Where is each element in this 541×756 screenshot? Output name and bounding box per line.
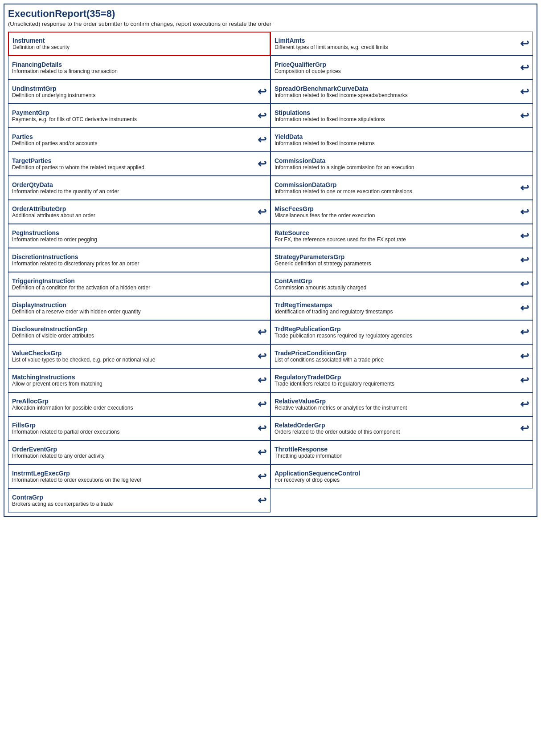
card-payment-grp[interactable]: PaymentGrp Payments, e.g. for fills of O… <box>8 104 270 128</box>
card-pre-alloc-grp[interactable]: PreAllocGrp Allocation information for p… <box>8 392 270 416</box>
card-desc-value-checks-grp: List of value types to be checked, e.g. … <box>12 357 254 363</box>
arrow-icon-trd-reg-timestamps: ↩ <box>520 302 529 314</box>
left-column: Instrument Definition of the security ↩ … <box>8 32 270 512</box>
card-title-target-parties: TargetParties <box>12 157 254 164</box>
card-text-cont-amt-grp: ContAmtGrp Commission amounts actually c… <box>275 277 516 291</box>
card-order-event-grp[interactable]: OrderEventGrp Information related to any… <box>8 440 270 464</box>
card-title-triggering-instruction: TriggeringInstruction <box>12 277 254 285</box>
card-title-limit-amts: LimitAmts <box>275 37 516 44</box>
card-matching-instructions[interactable]: MatchingInstructions Allow or prevent or… <box>8 368 270 392</box>
card-desc-parties: Definition of parties and/or accounts <box>12 140 254 146</box>
card-desc-disclosure-instruction-grp: Definition of visible order attributes <box>12 333 254 339</box>
card-desc-trade-price-condition-grp: List of conditions associated with a tra… <box>275 357 516 363</box>
card-desc-discretion-instructions: Information related to discretionary pri… <box>12 260 254 267</box>
card-title-display-instruction: DisplayInstruction <box>12 301 254 309</box>
arrow-icon-order-attribute-grp: ↩ <box>258 206 266 218</box>
card-title-relative-value-grp: RelativeValueGrp <box>275 398 516 405</box>
card-title-throttle-response: ThrottleResponse <box>275 446 516 453</box>
arrow-icon-spread-or-benchmark-curve-data: ↩ <box>520 85 529 98</box>
card-desc-trd-reg-publication-grp: Trade publication reasons required by re… <box>275 333 516 339</box>
card-text-contra-grp: ContraGrp Brokers acting as counterparti… <box>12 494 254 507</box>
card-spread-or-benchmark-curve-data[interactable]: SpreadOrBenchmarkCurveData Information r… <box>270 80 533 104</box>
card-fills-grp[interactable]: FillsGrp Information related to partial … <box>8 416 270 440</box>
card-title-financing-details: FinancingDetails <box>12 61 254 68</box>
card-desc-relative-value-grp: Relative valuation metrics or analytics … <box>275 405 516 411</box>
card-application-sequence-control[interactable]: ApplicationSequenceControl For recovery … <box>270 464 533 488</box>
card-desc-cont-amt-grp: Commission amounts actually charged <box>275 285 516 291</box>
arrow-icon-regulatory-trade-id-grp: ↩ <box>520 374 529 386</box>
card-text-parties: Parties Definition of parties and/or acc… <box>12 133 254 146</box>
card-limit-amts[interactable]: LimitAmts Different types of limit amoun… <box>270 32 533 56</box>
card-related-order-grp[interactable]: RelatedOrderGrp Orders related to the or… <box>270 416 533 440</box>
card-text-order-attribute-grp: OrderAttributeGrp Additional attributes … <box>12 205 254 219</box>
card-desc-order-attribute-grp: Additional attributes about an order <box>12 212 254 219</box>
page-subtitle: (Unsolicited) response to the order subm… <box>8 20 533 27</box>
arrow-icon-relative-value-grp: ↩ <box>520 398 529 411</box>
card-title-instrmt-leg-exec-grp: InstrmtLegExecGrp <box>12 470 254 477</box>
card-strategy-parameters-grp[interactable]: StrategyParametersGrp Generic definition… <box>270 248 533 272</box>
card-discretion-instructions[interactable]: DiscretionInstructions Information relat… <box>8 248 270 272</box>
card-und-instrmt-grp[interactable]: UndInstrmtGrp Definition of underlying i… <box>8 80 270 104</box>
card-instrmt-leg-exec-grp[interactable]: InstrmtLegExecGrp Information related to… <box>8 464 270 488</box>
card-text-peg-instructions: PegInstructions Information related to o… <box>12 229 254 243</box>
card-desc-application-sequence-control: For recovery of drop copies <box>275 477 516 483</box>
card-title-application-sequence-control: ApplicationSequenceControl <box>275 470 516 477</box>
card-title-price-qualifier-grp: PriceQualifierGrp <box>275 61 516 68</box>
card-trd-reg-publication-grp[interactable]: TrdRegPublicationGrp Trade publication r… <box>270 320 533 344</box>
card-price-qualifier-grp[interactable]: PriceQualifierGrp Composition of quote p… <box>270 56 533 80</box>
card-target-parties[interactable]: TargetParties Definition of parties to w… <box>8 152 270 176</box>
card-throttle-response[interactable]: ThrottleResponse Throttling update infor… <box>270 440 533 464</box>
card-display-instruction[interactable]: DisplayInstruction Definition of a reser… <box>8 296 270 320</box>
card-misc-fees-grp[interactable]: MiscFeesGrp Miscellaneous fees for the o… <box>270 200 533 224</box>
card-desc-rate-source: For FX, the reference sources used for t… <box>275 236 516 243</box>
card-disclosure-instruction-grp[interactable]: DisclosureInstructionGrp Definition of v… <box>8 320 270 344</box>
page-container: ExecutionReport(35=8) (Unsolicited) resp… <box>4 4 537 517</box>
card-relative-value-grp[interactable]: RelativeValueGrp Relative valuation metr… <box>270 392 533 416</box>
card-desc-und-instrmt-grp: Definition of underlying instruments <box>12 92 254 98</box>
card-desc-order-qty-data: Information related to the quantity of a… <box>12 188 254 195</box>
card-title-related-order-grp: RelatedOrderGrp <box>275 422 516 429</box>
card-text-financing-details: FinancingDetails Information related to … <box>12 61 254 74</box>
card-title-contra-grp: ContraGrp <box>12 494 254 501</box>
card-cont-amt-grp[interactable]: ContAmtGrp Commission amounts actually c… <box>270 272 533 296</box>
arrow-icon-stipulations: ↩ <box>520 110 529 122</box>
card-trd-reg-timestamps[interactable]: TrdRegTimestamps Identification of tradi… <box>270 296 533 320</box>
card-text-disclosure-instruction-grp: DisclosureInstructionGrp Definition of v… <box>12 325 254 339</box>
card-value-checks-grp[interactable]: ValueChecksGrp List of value types to be… <box>8 344 270 368</box>
card-financing-details[interactable]: FinancingDetails Information related to … <box>8 56 270 80</box>
main-grid: Instrument Definition of the security ↩ … <box>8 32 533 512</box>
card-text-yield-data: YieldData Information related to fixed i… <box>275 133 516 146</box>
card-title-cont-amt-grp: ContAmtGrp <box>275 277 516 285</box>
card-text-pre-alloc-grp: PreAllocGrp Allocation information for p… <box>12 398 254 411</box>
card-commission-data-grp[interactable]: CommissionDataGrp Information related to… <box>270 176 533 200</box>
card-order-qty-data[interactable]: OrderQtyData Information related to the … <box>8 176 270 200</box>
card-contra-grp[interactable]: ContraGrp Brokers acting as counterparti… <box>8 488 270 512</box>
card-text-misc-fees-grp: MiscFeesGrp Miscellaneous fees for the o… <box>275 205 516 219</box>
card-desc-related-order-grp: Orders related to the order outside of t… <box>275 429 516 435</box>
card-trade-price-condition-grp[interactable]: TradePriceConditionGrp List of condition… <box>270 344 533 368</box>
card-instrument[interactable]: Instrument Definition of the security ↩ <box>8 32 270 56</box>
card-peg-instructions[interactable]: PegInstructions Information related to o… <box>8 224 270 248</box>
card-rate-source[interactable]: RateSource For FX, the reference sources… <box>270 224 533 248</box>
card-desc-stipulations: Information related to fixed income stip… <box>275 116 516 122</box>
arrow-icon-fills-grp: ↩ <box>258 422 266 435</box>
card-desc-payment-grp: Payments, e.g. for fills of OTC derivati… <box>12 116 254 122</box>
card-title-peg-instructions: PegInstructions <box>12 229 254 236</box>
card-desc-display-instruction: Definition of a reserve order with hidde… <box>12 309 254 315</box>
card-triggering-instruction[interactable]: TriggeringInstruction Definition of a co… <box>8 272 270 296</box>
card-parties[interactable]: Parties Definition of parties and/or acc… <box>8 128 270 152</box>
card-text-matching-instructions: MatchingInstructions Allow or prevent or… <box>12 374 254 387</box>
card-order-attribute-grp[interactable]: OrderAttributeGrp Additional attributes … <box>8 200 270 224</box>
arrow-icon-trd-reg-publication-grp: ↩ <box>520 326 529 338</box>
arrow-icon-order-event-grp: ↩ <box>258 446 266 459</box>
card-stipulations[interactable]: Stipulations Information related to fixe… <box>270 104 533 128</box>
card-desc-spread-or-benchmark-curve-data: Information related to fixed income spre… <box>275 92 516 98</box>
card-title-trd-reg-timestamps: TrdRegTimestamps <box>275 301 516 309</box>
card-regulatory-trade-id-grp[interactable]: RegulatoryTradeIDGrp Trade identifiers r… <box>270 368 533 392</box>
card-title-yield-data: YieldData <box>275 133 516 140</box>
arrow-icon-strategy-parameters-grp: ↩ <box>520 254 529 266</box>
card-commission-data[interactable]: CommissionData Information related to a … <box>270 152 533 176</box>
card-text-regulatory-trade-id-grp: RegulatoryTradeIDGrp Trade identifiers r… <box>275 374 516 387</box>
card-desc-peg-instructions: Information related to order pegging <box>12 236 254 243</box>
card-yield-data[interactable]: YieldData Information related to fixed i… <box>270 128 533 152</box>
